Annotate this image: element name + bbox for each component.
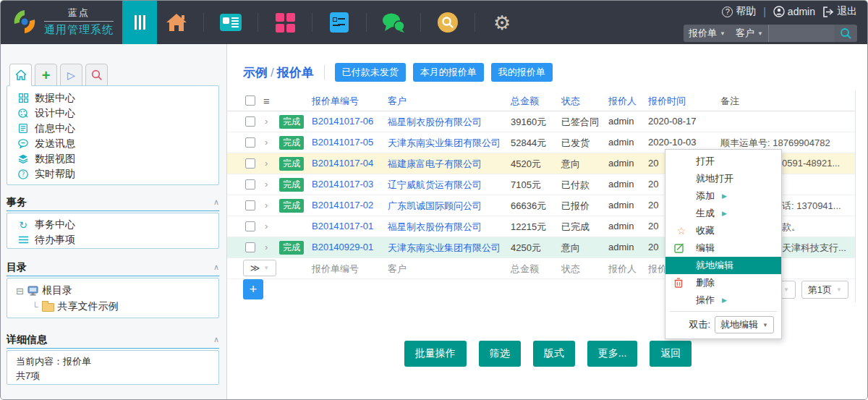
layout-button[interactable]: 版式 <box>533 341 575 367</box>
col-quoter[interactable]: 报价人 <box>608 95 637 108</box>
help-link[interactable]: ? 帮助 <box>722 5 756 18</box>
sidebar-item-live-help[interactable]: ? 实时帮助 <box>7 166 218 182</box>
column-menu-icon[interactable]: ≡ <box>263 95 270 107</box>
user-menu[interactable]: admin <box>773 6 815 17</box>
col-time[interactable]: 报价时间 <box>648 95 686 108</box>
filter-button[interactable]: 筛选 <box>479 341 521 367</box>
batch-operate-button[interactable]: 批量操作 <box>404 341 467 367</box>
global-search-icon[interactable] <box>433 12 463 33</box>
search-filter-doc[interactable]: 报价单▼ <box>684 27 731 40</box>
tasks-panel: ↻ 事务中心 待办事项 <box>7 213 219 249</box>
expand-chevron-icon[interactable]: › <box>265 221 268 231</box>
expand-chevron-icon[interactable]: › <box>265 242 268 252</box>
menu-item-delete[interactable]: 删除 <box>665 274 781 292</box>
footer-expand-dropdown[interactable]: ≫▼ <box>243 260 276 276</box>
menu-item-favorite[interactable]: ☆ 收藏 <box>665 222 781 239</box>
filter-mine-button[interactable]: 我的报价单 <box>491 63 553 82</box>
sidebar-item-send-message[interactable]: 发送讯息 <box>7 136 218 151</box>
quote-code-link[interactable]: B20140929-01 <box>312 242 373 252</box>
customer-link[interactable]: 天津东南实业集团有限公司 <box>388 242 501 255</box>
tab-home[interactable] <box>9 64 32 86</box>
logo-text: 蓝点 通用管理系统 <box>44 7 114 37</box>
home-icon[interactable] <box>161 13 192 32</box>
tab-add[interactable]: + <box>35 64 57 86</box>
quote-code-link[interactable]: B20141017-05 <box>312 137 373 148</box>
breadcrumb-section[interactable]: 示例 <box>243 66 268 80</box>
messages-icon[interactable] <box>378 12 409 33</box>
menu-item-open[interactable]: 打开 <box>665 153 781 170</box>
expand-chevron-icon[interactable]: › <box>265 200 268 210</box>
quote-code-link[interactable]: B20141017-04 <box>312 158 373 169</box>
quote-code-link[interactable]: B20141017-06 <box>312 116 373 127</box>
tree-node-shared-files[interactable]: └ 共享文件示例 <box>7 299 218 315</box>
menu-item-edit-inplace[interactable]: 就地编辑 <box>665 257 781 274</box>
logout-link[interactable]: 退出 <box>822 5 857 18</box>
sidebar-item-design-center[interactable]: 设计中心 <box>7 106 218 121</box>
col-customer[interactable]: 客户 <box>388 95 407 108</box>
tab-run[interactable]: ▷ <box>60 64 82 86</box>
sidebar-item-task-center[interactable]: ↻ 事务中心 <box>7 217 218 232</box>
customer-link[interactable]: 福星制衣股份有限公司 <box>388 116 482 129</box>
row-checkbox[interactable] <box>245 116 255 127</box>
col-status[interactable]: 状态 <box>561 95 580 108</box>
collapse-box-icon[interactable]: ⊟ <box>16 286 24 297</box>
table-row[interactable]: › 完成 B20141017-06 福星制衣股份有限公司 39160元 已签合同… <box>227 111 855 132</box>
search-input[interactable] <box>768 25 834 42</box>
row-checkbox[interactable] <box>245 158 255 169</box>
customer-link[interactable]: 福星制衣股份有限公司 <box>388 221 482 234</box>
menu-item-edit[interactable]: 编辑 <box>665 239 781 257</box>
customer-link[interactable]: 福建康富电子有限公司 <box>388 158 482 171</box>
customer-link[interactable]: 天津东南实业集团有限公司 <box>388 137 501 150</box>
app-grid-icon[interactable] <box>270 13 300 33</box>
menu-tab-active[interactable] <box>122 1 157 44</box>
row-checkbox[interactable] <box>245 221 255 231</box>
add-record-button[interactable]: + <box>243 279 263 299</box>
expand-chevron-icon[interactable]: › <box>265 137 268 148</box>
refresh-icon: ↻ <box>17 219 29 231</box>
sidebar-item-info-center[interactable]: 信息中心 <box>7 121 218 136</box>
section-catalog[interactable]: 目录 ∧ <box>7 259 219 276</box>
filter-paid-unshipped-button[interactable]: 已付款未发货 <box>335 63 406 82</box>
back-button[interactable]: 返回 <box>650 341 692 367</box>
quote-code-link[interactable]: B20141017-02 <box>312 200 373 210</box>
expand-chevron-icon[interactable]: › <box>265 158 268 169</box>
checklist-icon[interactable] <box>324 12 354 33</box>
sidebar-item-todo[interactable]: 待办事项 <box>7 232 218 247</box>
expand-chevron-icon[interactable]: › <box>265 179 268 190</box>
menu-item-operate[interactable]: 操作 ▶ <box>665 292 781 309</box>
section-tasks[interactable]: 事务 ∧ <box>7 194 219 211</box>
menu-item-add[interactable]: 添加 ▶ <box>665 187 781 205</box>
settings-gear-icon[interactable]: ⚙ <box>487 13 517 33</box>
customer-link[interactable]: 广东凯诚国际顾问公司 <box>388 200 482 213</box>
section-detail[interactable]: 详细信息 ∧ <box>7 331 219 349</box>
search-icon[interactable] <box>834 27 857 39</box>
expand-chevron-icon[interactable]: › <box>265 116 268 127</box>
sidebar-item-data-view[interactable]: 数据视图 <box>7 151 218 166</box>
customer-link[interactable]: 辽宁威航货运有限公司 <box>388 179 482 192</box>
row-checkbox[interactable] <box>245 200 255 210</box>
select-all-checkbox[interactable] <box>245 95 255 106</box>
row-checkbox[interactable] <box>245 137 255 148</box>
contact-card-icon[interactable] <box>216 14 246 31</box>
col-code[interactable]: 报价单编号 <box>312 95 359 108</box>
more-button[interactable]: 更多... <box>587 341 638 367</box>
quote-code-link[interactable]: B20141017-01 <box>312 221 373 231</box>
col-amount[interactable]: 总金额 <box>511 95 539 108</box>
row-checkbox[interactable] <box>245 242 255 252</box>
sidebar-item-data-center[interactable]: 数据中心 <box>7 90 218 106</box>
breadcrumb-row: 示例/报价单 已付款未发货 本月的报价单 我的报价单 <box>243 63 553 82</box>
current-page-dropdown[interactable]: 第1页▼ <box>801 281 848 299</box>
menu-item-generate[interactable]: 生成 ▶ <box>665 205 781 222</box>
quote-code-link[interactable]: B20141017-03 <box>312 179 373 190</box>
menu-item-open-inplace[interactable]: 就地打开 <box>665 170 781 187</box>
detail-panel: 当前内容：报价单 共7项 <box>7 350 219 385</box>
dblclick-action-dropdown[interactable]: 就地编辑 ▼ <box>715 316 774 333</box>
status: 意向 <box>561 242 580 255</box>
tab-search[interactable] <box>85 64 108 86</box>
search-filter-customer[interactable]: 客户▼ <box>731 27 768 40</box>
tree-node-root[interactable]: ⊟ 根目录 <box>7 283 218 299</box>
chevron-down-icon: ▼ <box>263 265 269 271</box>
filter-this-month-button[interactable]: 本月的报价单 <box>413 63 484 82</box>
col-remark[interactable]: 备注 <box>720 95 739 108</box>
row-checkbox[interactable] <box>245 179 255 190</box>
